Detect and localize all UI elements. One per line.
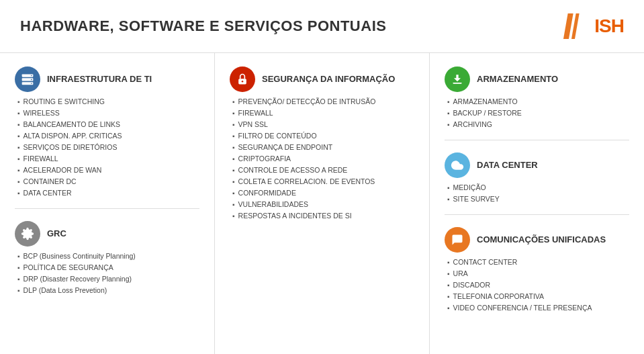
header: HARDWARE, SOFTWARE E SERVIÇOS PONTUAIS I… [0, 0, 644, 53]
section-list-comunicacoes: CONTACT CENTERURADISCADORTELEFONIA CORPO… [445, 257, 629, 314]
list-item: PREVENÇÃO/ DETECÇÃO DE INTRUSÃO [232, 96, 414, 107]
section-list-datacenter: MEDIÇÃOSITE SURVEY [445, 182, 629, 205]
section-title-infraestrutura: INFRAESTRUTURA DE TI [47, 74, 152, 85]
list-item: FIREWALL [232, 107, 414, 119]
list-item: CONTROLE DE ACESSO A REDE [232, 165, 414, 176]
section-grc: GRCBCP (Business Continuity Planning)POL… [15, 221, 199, 296]
section-title-grc: GRC [47, 228, 66, 239]
list-item: RESPOSTAS A INCIDENTES DE SI [232, 210, 414, 222]
list-item: SERVIÇOS DE DIRETÓRIOS [17, 142, 199, 153]
list-item: BACKUP / RESTORE [447, 107, 629, 119]
lock-icon [230, 67, 255, 92]
page-title: HARDWARE, SOFTWARE E SERVIÇOS PONTUAIS [20, 17, 386, 35]
list-item: DRP (Disaster Recovery Planning) [17, 273, 199, 285]
section-list-grc: BCP (Business Continuity Planning)POLÍTI… [15, 251, 199, 296]
list-item: ACELERADOR DE WAN [17, 165, 199, 176]
cloud-icon [445, 152, 470, 178]
section-comunicacoes: COMUNICAÇÕES UNIFICADASCONTACT CENTERURA… [445, 227, 629, 314]
section-title-datacenter: DATA CENTER [477, 160, 538, 171]
list-item: URA [447, 268, 629, 279]
svg-rect-3 [571, 13, 580, 39]
section-title-comunicacoes: COMUNICAÇÕES UNIFICADAS [477, 234, 606, 245]
section-title-seguranca: SEGURANÇA DA INFORMAÇÃO [262, 74, 395, 85]
section-list-infraestrutura: ROUTING E SWITCHINGWIRELESSBALANCEAMENTO… [15, 96, 199, 199]
svg-rect-2 [563, 13, 573, 39]
list-item: SEGURANÇA DE ENDPOINT [232, 142, 414, 153]
list-item: ROUTING E SWITCHING [17, 96, 199, 107]
section-datacenter: DATA CENTERMEDIÇÃOSITE SURVEY [445, 152, 629, 215]
section-seguranca: SEGURANÇA DA INFORMAÇÃOPREVENÇÃO/ DETECÇ… [230, 67, 414, 222]
list-item: VIDEO CONFERENCIA / TELE PRESENÇA [447, 302, 629, 314]
section-armazenamento: ARMAZENAMENTOARMAZENAMENTOBACKUP / RESTO… [445, 67, 629, 140]
list-item: ARCHIVING [447, 119, 629, 130]
section-infraestrutura: INFRAESTRUTURA DE TIROUTING E SWITCHINGW… [15, 67, 199, 209]
ish-logo-text: ISH [594, 15, 624, 37]
list-item: VPN SSL [232, 119, 414, 130]
list-item: MEDIÇÃO [447, 182, 629, 193]
column-col1: INFRAESTRUTURA DE TIROUTING E SWITCHINGW… [0, 53, 215, 354]
list-item: COLETA E CORRELACION. DE EVENTOS [232, 176, 414, 187]
list-item: ALTA DISPON. APP. CRITICAS [17, 130, 199, 142]
list-item: BALANCEAMENTO DE LINKS [17, 119, 199, 130]
list-item: POLÍTICA DE SEGURANÇA [17, 262, 199, 273]
column-col3: ARMAZENAMENTOARMAZENAMENTOBACKUP / RESTO… [430, 53, 644, 354]
list-item: TELEFONIA CORPORATIVA [447, 291, 629, 302]
list-item: BCP (Business Continuity Planning) [17, 251, 199, 262]
list-item: DATA CENTER [17, 187, 199, 199]
list-item: FILTRO DE CONTEÚDO [232, 130, 414, 142]
download-icon [445, 67, 470, 92]
svg-point-7 [31, 75, 32, 77]
list-item: CRIPTOGRAFIA [232, 153, 414, 165]
list-item: CONTACT CENTER [447, 257, 629, 268]
list-item: CONFORMIDADE [232, 187, 414, 199]
list-item: VULNERABILIDADES [232, 199, 414, 210]
list-item: WIRELESS [17, 107, 199, 119]
main-content: INFRAESTRUTURA DE TIROUTING E SWITCHINGW… [0, 53, 644, 354]
section-list-seguranca: PREVENÇÃO/ DETECÇÃO DE INTRUSÃOFIREWALLV… [230, 96, 414, 222]
list-item: FIREWALL [17, 153, 199, 165]
logo-chevron-icon [563, 12, 586, 40]
list-item: DISCADOR [447, 279, 629, 291]
svg-point-9 [31, 83, 32, 84]
svg-rect-12 [453, 83, 461, 84]
section-title-armazenamento: ARMAZENAMENTO [477, 74, 558, 85]
list-item: SITE SURVEY [447, 193, 629, 205]
chat-icon [445, 227, 470, 253]
list-item: DLP (Data Loss Prevetion) [17, 285, 199, 296]
server-icon [15, 67, 40, 92]
section-list-armazenamento: ARMAZENAMENTOBACKUP / RESTOREARCHIVING [445, 96, 629, 130]
list-item: ARMAZENAMENTO [447, 96, 629, 107]
column-col2: SEGURANÇA DA INFORMAÇÃOPREVENÇÃO/ DETECÇ… [215, 53, 430, 354]
gear-icon [15, 221, 40, 247]
svg-point-11 [242, 81, 244, 83]
svg-point-8 [31, 79, 32, 81]
list-item: CONTAINER DC [17, 176, 199, 187]
